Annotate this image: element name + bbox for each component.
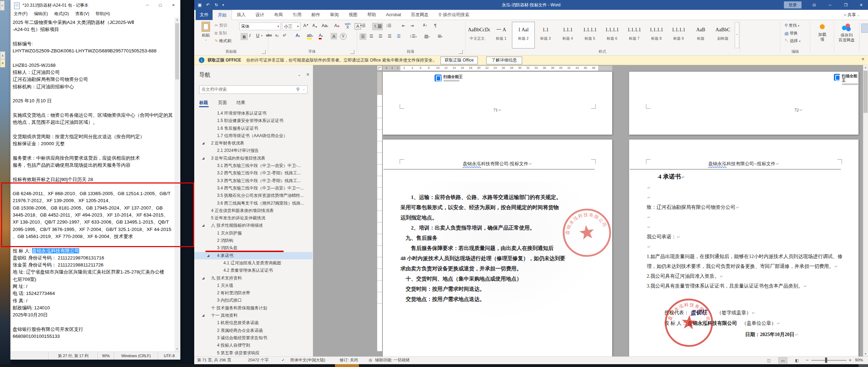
tab-引用[interactable]: 引用 bbox=[288, 10, 306, 20]
show-marks-icon[interactable]: ¶ bbox=[434, 23, 436, 28]
nav-item[interactable]: 2 近年财务状况表 bbox=[194, 140, 312, 147]
font-color-icon[interactable]: A▾ bbox=[319, 33, 323, 38]
close-bar-icon[interactable]: ✕ bbox=[861, 57, 864, 62]
zoom-slider-thumb[interactable] bbox=[825, 358, 827, 363]
tab-插入[interactable]: 插入 bbox=[232, 10, 251, 20]
tab-设计[interactable]: 设计 bbox=[251, 10, 269, 20]
get-office-button[interactable]: 获取正版 Office bbox=[441, 57, 478, 64]
bold-button[interactable]: B bbox=[241, 33, 248, 40]
nav-item[interactable]: 3 诚信合规经营要求告知书 bbox=[194, 334, 312, 342]
nav-item[interactable]: 1.6 售后服务认证证书 bbox=[194, 125, 312, 132]
nav-item[interactable]: 1 灭火毯 bbox=[194, 282, 312, 289]
nav-item[interactable]: 3.6 西三线闽粤支干线（潮州27阀室段）线路... bbox=[194, 200, 312, 207]
menu-item[interactable]: 编辑(E) bbox=[31, 11, 51, 17]
nav-item[interactable]: 4.2 质量管理体系认证证书 bbox=[194, 267, 312, 274]
tab-开始[interactable]: 开始 bbox=[213, 10, 232, 20]
save-icon[interactable]: ▣ bbox=[198, 0, 202, 10]
text-effects-icon[interactable]: A▾ bbox=[296, 33, 300, 38]
nav-item[interactable]: 3 近年完成的类似项目情况表 bbox=[194, 155, 312, 162]
read-mode-icon[interactable]: ◫ bbox=[764, 357, 773, 363]
nav-item[interactable]: 1 灭火防护服 bbox=[194, 230, 312, 237]
scroll-down-icon[interactable]: ▼ bbox=[863, 352, 868, 356]
scroll-down-icon[interactable]: ∨ bbox=[175, 346, 180, 352]
style-item[interactable]: 1.1.1.1标题 9 bbox=[667, 22, 690, 48]
nav-item[interactable]: 3.1 西气东输三线中段（中卫—吉安）中卫-... bbox=[194, 162, 312, 169]
menu-item[interactable]: 查看(V) bbox=[72, 11, 93, 17]
page-71[interactable]: 扫描全能王 71↵ bbox=[383, 72, 612, 135]
restore-button[interactable]: ❐ bbox=[839, 0, 853, 10]
ribbon-display-icon[interactable]: ⊡ bbox=[807, 0, 821, 10]
nav-item[interactable]: 3 内扣式接口 bbox=[194, 297, 312, 304]
nav-item[interactable]: 4 承诺书 bbox=[194, 252, 312, 259]
nav-search-box[interactable]: ⚲ ⌄ bbox=[199, 85, 308, 94]
accessibility-status[interactable]: 辅助功能: 一切就绪 bbox=[375, 356, 410, 364]
align-right-icon[interactable]: ☰ bbox=[379, 34, 382, 39]
paragraph-launcher-icon[interactable] bbox=[459, 50, 463, 54]
tab-文件[interactable]: 文件 bbox=[196, 10, 213, 20]
redo-icon[interactable]: ↻ bbox=[215, 0, 218, 10]
nav-tab-pages[interactable]: 页面 bbox=[218, 100, 227, 106]
horizontal-ruler[interactable]: 6422468101214161820222426283032343638404… bbox=[383, 66, 612, 71]
close-button[interactable]: ✕ bbox=[854, 0, 868, 10]
nav-item[interactable]: 3.4 西气东输三线中段（中卫—吉安）中卫一... bbox=[194, 185, 312, 192]
close-button[interactable]: ✕ bbox=[167, 0, 180, 11]
style-item[interactable]: 1.1.1.1标题 6 bbox=[601, 22, 623, 48]
shrink-font-icon[interactable]: A▼ bbox=[312, 23, 317, 28]
line-spacing-icon[interactable]: ↕☰▾ bbox=[410, 34, 417, 39]
decrease-indent-icon[interactable]: ⇤ bbox=[402, 23, 405, 28]
find-button[interactable]: ⚲ 查找 ▾ bbox=[785, 23, 799, 28]
tab-selector-icon[interactable] bbox=[377, 66, 382, 70]
paste-button[interactable]: 粘贴 ⌄ bbox=[198, 22, 214, 41]
change-case-icon[interactable]: Aa▾ bbox=[322, 23, 328, 28]
nav-tab-headings[interactable]: 标题 bbox=[199, 100, 208, 106]
search-icon[interactable]: ⚲ bbox=[296, 87, 299, 92]
zoom-out-icon[interactable]: − bbox=[806, 356, 809, 364]
font-launcher-icon[interactable] bbox=[350, 50, 354, 54]
vertical-ruler[interactable] bbox=[377, 72, 382, 351]
clipboard-launcher-icon[interactable] bbox=[262, 50, 266, 54]
current-page-right[interactable]: 盘锦永泓科技有限公司--投标文件↵ ·4 承诺书↵ ↵↵致：辽河石油勘探局有限公… bbox=[629, 140, 859, 356]
document-canvas[interactable]: 6422468101214161820222426283032343638404… bbox=[313, 65, 868, 356]
print-layout-icon[interactable]: ▭ bbox=[778, 357, 787, 363]
strikethrough-button[interactable]: abc bbox=[266, 33, 272, 37]
cut-button[interactable]: ✂ 剪切 bbox=[215, 23, 227, 28]
minimize-button[interactable]: ─ bbox=[823, 0, 837, 10]
tab-帮助[interactable]: 帮助 bbox=[362, 10, 381, 20]
superscript-button[interactable]: x² bbox=[283, 33, 286, 37]
menu-item[interactable]: 文件(F) bbox=[11, 11, 31, 17]
enclose-char-icon[interactable]: 字 bbox=[340, 33, 347, 40]
save-to-baidu-button[interactable]: 保存到百度网盘 bbox=[836, 23, 857, 43]
signin-button[interactable]: 登录 bbox=[784, 1, 802, 8]
zoom-in-icon[interactable]: + bbox=[849, 356, 851, 364]
nav-close-icon[interactable]: ✕ bbox=[306, 72, 310, 77]
grow-font-icon[interactable]: A▲ bbox=[303, 23, 309, 28]
share-button[interactable]: ○ 共享 ⌄ bbox=[844, 11, 860, 19]
replace-button[interactable]: ab 替换 bbox=[785, 31, 798, 36]
style-item[interactable]: 1 Aal标题 2 bbox=[512, 22, 534, 48]
menu-item[interactable]: 帮助(H) bbox=[93, 11, 113, 17]
increase-indent-icon[interactable]: ⇥ bbox=[410, 23, 414, 28]
char-shading-icon[interactable]: A bbox=[331, 33, 337, 39]
spellcheck-icon[interactable]: ✓ bbox=[281, 356, 285, 364]
undo-icon[interactable]: ↶ bbox=[206, 0, 210, 10]
document-scrollbar[interactable]: ▲ ▼ bbox=[863, 65, 868, 356]
qat-customize-icon[interactable]: ▾ bbox=[222, 0, 224, 10]
nav-item[interactable]: 十一 其他资料 bbox=[194, 312, 312, 319]
zoom-slider[interactable] bbox=[811, 360, 847, 361]
notepad-scroll-thumb[interactable] bbox=[175, 23, 179, 79]
shading-icon[interactable]: ▨▾ bbox=[424, 34, 430, 39]
styles-more-button[interactable]: ⌄ bbox=[735, 22, 739, 48]
taskbar-tray[interactable] bbox=[859, 364, 868, 367]
justify-icon[interactable]: ☰ bbox=[388, 34, 392, 39]
nav-item[interactable]: 2 有衬里消防水带 bbox=[194, 289, 312, 297]
underline-button[interactable]: U bbox=[256, 33, 259, 38]
tab-百度网盘[interactable]: 百度网盘 bbox=[406, 10, 433, 20]
nav-item[interactable]: 1.4 环境管理体系认证证书 bbox=[194, 110, 312, 117]
scroll-up-icon[interactable]: ∧ bbox=[175, 17, 180, 22]
nav-item[interactable]: 1.7 信用等级证书（AAA级信用企业） bbox=[194, 132, 312, 140]
italic-button[interactable]: I bbox=[249, 33, 251, 38]
bullets-icon[interactable]: •☰ bbox=[360, 23, 366, 28]
distribute-icon[interactable]: ☰ bbox=[397, 34, 401, 39]
format-painter-button[interactable]: ✎ 格式刷 bbox=[215, 38, 231, 44]
tab-视图[interactable]: 视图 bbox=[344, 10, 362, 20]
